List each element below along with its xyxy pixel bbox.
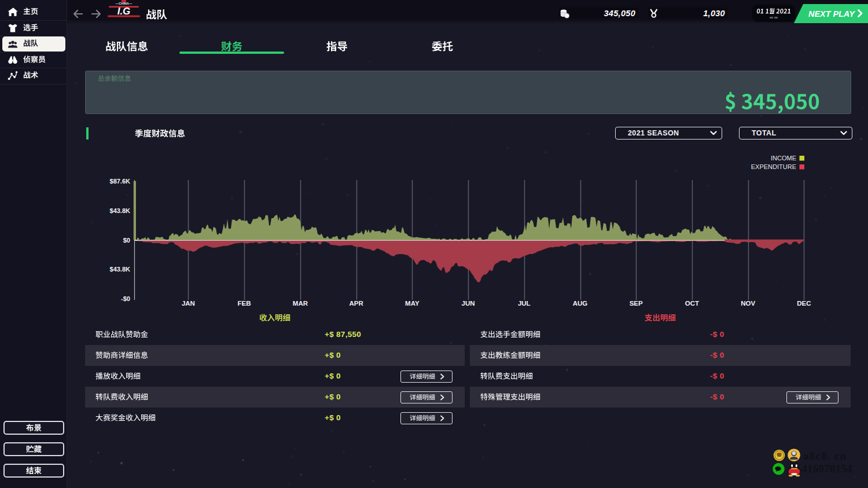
svg-text:AUG: AUG <box>573 300 588 307</box>
svg-text:NOV: NOV <box>741 300 755 307</box>
svg-text:INCOME: INCOME <box>771 155 796 162</box>
svg-text:416070154: 416070154 <box>801 463 852 475</box>
svg-text:MAY: MAY <box>405 300 420 307</box>
svg-text:$43.8K: $43.8K <box>110 207 131 214</box>
svg-text:FEB: FEB <box>238 300 251 307</box>
svg-text:$43.8K: $43.8K <box>110 266 131 273</box>
svg-text:DEC: DEC <box>797 300 811 307</box>
svg-text:JAN: JAN <box>182 300 195 307</box>
svg-text:OCT: OCT <box>685 300 699 307</box>
svg-text:APR: APR <box>349 300 363 307</box>
svg-text:-$0: -$0 <box>121 295 130 302</box>
svg-text:MAR: MAR <box>293 300 308 307</box>
svg-text:JUN: JUN <box>461 300 475 307</box>
svg-text:a8c8. cn: a8c8. cn <box>803 450 847 462</box>
svg-text:$0: $0 <box>123 237 130 244</box>
svg-text:EXPENDITURE: EXPENDITURE <box>751 163 796 170</box>
svg-text:JUL: JUL <box>518 300 531 307</box>
svg-text:$87.6K: $87.6K <box>110 178 131 185</box>
svg-text:SEP: SEP <box>630 300 643 307</box>
